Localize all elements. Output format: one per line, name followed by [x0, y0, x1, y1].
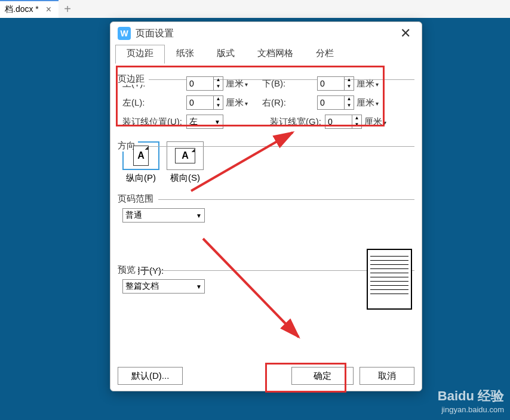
right-unit[interactable]: 厘米 — [357, 97, 379, 109]
dialog-title: 页面设置 — [136, 27, 392, 40]
spin-down-icon[interactable]: ▼ — [352, 122, 361, 128]
tab-layout[interactable]: 版式 — [205, 45, 246, 64]
spin-down-icon[interactable]: ▼ — [214, 84, 223, 90]
dialog-close-button[interactable]: ✕ — [397, 26, 414, 41]
margins-fieldset: 页边距 上(T): ▲▼ 厘米 下(B): ▲▼ 厘米 左(L): ▲▼ 厘米 … — [118, 75, 414, 131]
cancel-button[interactable]: 取消 — [360, 367, 414, 385]
dialog-header: W 页面设置 ✕ — [110, 22, 422, 45]
spin-down-icon[interactable]: ▼ — [345, 103, 354, 109]
default-button[interactable]: 默认(D)... — [118, 367, 183, 385]
orientation-landscape[interactable]: A 横向(S) — [167, 141, 204, 184]
chevron-down-icon: ▼ — [196, 212, 202, 219]
gutter-pos-label: 装订线位置(U): — [118, 116, 186, 128]
left-unit[interactable]: 厘米 — [226, 97, 248, 109]
dialog-tabs: 页边距 纸张 版式 文档网格 分栏 — [110, 45, 422, 64]
gutter-pos-combo[interactable]: 左▼ — [186, 115, 223, 129]
spin-up-icon[interactable]: ▲ — [352, 115, 361, 122]
apply-to-combo[interactable]: 整篇文档▼ — [122, 279, 205, 294]
multi-page-label: 多页(M): — [122, 194, 414, 206]
close-icon[interactable]: × — [44, 4, 54, 15]
watermark-brand: Baidu 经验 — [438, 387, 504, 405]
preview-legend: 预览 — [118, 264, 138, 276]
ok-button[interactable]: 确定 — [291, 367, 354, 385]
document-tab-label: 档.docx * — [5, 4, 39, 15]
watermark-url: jingyan.baidu.com — [438, 405, 504, 414]
right-margin-label: 右(R): — [257, 97, 317, 109]
new-tab-button[interactable]: + — [59, 0, 76, 18]
chevron-down-icon: ▼ — [196, 283, 202, 290]
gutter-unit[interactable]: 厘米 — [364, 116, 386, 128]
spin-down-icon[interactable]: ▼ — [214, 103, 223, 109]
margins-legend: 页边距 — [118, 73, 147, 85]
dialog-footer: 默认(D)... 确定 取消 — [118, 367, 414, 385]
dialog-body: 页边距 上(T): ▲▼ 厘米 下(B): ▲▼ 厘米 左(L): ▲▼ 厘米 … — [118, 64, 414, 360]
page-preview — [367, 249, 412, 310]
left-margin-label: 左(L): — [118, 97, 186, 109]
tab-margins[interactable]: 页边距 — [115, 45, 165, 64]
range-legend: 页码范围 — [118, 193, 156, 205]
chevron-down-icon: ▼ — [214, 119, 220, 125]
spin-down-icon[interactable]: ▼ — [345, 84, 354, 90]
tab-grid[interactable]: 文档网格 — [246, 45, 305, 64]
spin-up-icon[interactable]: ▲ — [214, 77, 223, 84]
gutter-w-input[interactable]: ▲▼ — [325, 115, 362, 129]
orientation-fieldset: 方向 A 纵向(P) A 横向(S) — [118, 141, 414, 184]
bottom-margin-input[interactable]: ▲▼ — [317, 76, 354, 91]
app-icon: W — [118, 27, 131, 40]
page-range-fieldset: 页码范围 多页(M): 普通▼ — [118, 194, 414, 223]
tab-bar: 档.docx * × + — [0, 0, 510, 18]
tab-columns[interactable]: 分栏 — [305, 45, 345, 64]
page-setup-dialog: W 页面设置 ✕ 页边距 纸张 版式 文档网格 分栏 页边距 上(T): ▲▼ … — [110, 21, 422, 391]
top-margin-input[interactable]: ▲▼ — [186, 76, 223, 91]
spin-up-icon[interactable]: ▲ — [345, 96, 354, 103]
spin-up-icon[interactable]: ▲ — [345, 77, 354, 84]
left-margin-input[interactable]: ▲▼ — [186, 95, 223, 110]
tab-paper[interactable]: 纸张 — [165, 45, 205, 64]
spin-up-icon[interactable]: ▲ — [214, 96, 223, 103]
document-tab[interactable]: 档.docx * × — [0, 0, 59, 18]
right-margin-input[interactable]: ▲▼ — [317, 95, 354, 110]
gutter-w-label: 装订线宽(G): — [265, 116, 325, 128]
multi-page-combo[interactable]: 普通▼ — [122, 208, 205, 223]
watermark: Baidu 经验 jingyan.baidu.com — [438, 387, 504, 414]
